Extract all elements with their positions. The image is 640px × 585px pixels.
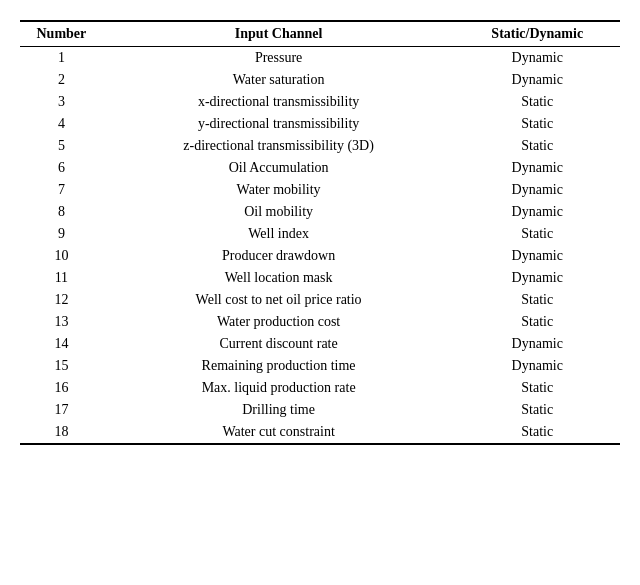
cell-number: 5 <box>20 135 103 157</box>
table-row: 18Water cut constraintStatic <box>20 421 620 444</box>
cell-number: 7 <box>20 179 103 201</box>
cell-static: Static <box>454 399 620 421</box>
cell-static: Static <box>454 311 620 333</box>
table-row: 6Oil AccumulationDynamic <box>20 157 620 179</box>
cell-static: Static <box>454 91 620 113</box>
table-row: 14Current discount rateDynamic <box>20 333 620 355</box>
cell-number: 16 <box>20 377 103 399</box>
cell-static: Dynamic <box>454 47 620 70</box>
cell-channel: Water cut constraint <box>103 421 455 444</box>
main-container: Number Input Channel Static/Dynamic 1Pre… <box>20 20 620 445</box>
cell-static: Dynamic <box>454 333 620 355</box>
table-row: 17Drilling timeStatic <box>20 399 620 421</box>
header-number: Number <box>20 21 103 47</box>
cell-static: Static <box>454 289 620 311</box>
cell-number: 12 <box>20 289 103 311</box>
cell-channel: Remaining production time <box>103 355 455 377</box>
table-row: 8Oil mobilityDynamic <box>20 201 620 223</box>
cell-channel: Producer drawdown <box>103 245 455 267</box>
cell-static: Dynamic <box>454 69 620 91</box>
cell-channel: Well cost to net oil price ratio <box>103 289 455 311</box>
header-channel: Input Channel <box>103 21 455 47</box>
cell-channel: y-directional transmissibility <box>103 113 455 135</box>
cell-number: 11 <box>20 267 103 289</box>
cell-number: 17 <box>20 399 103 421</box>
cell-number: 10 <box>20 245 103 267</box>
cell-channel: Current discount rate <box>103 333 455 355</box>
table-row: 2Water saturationDynamic <box>20 69 620 91</box>
table-row: 12Well cost to net oil price ratioStatic <box>20 289 620 311</box>
cell-static: Dynamic <box>454 179 620 201</box>
cell-channel: z-directional transmissibility (3D) <box>103 135 455 157</box>
cell-static: Static <box>454 223 620 245</box>
data-table: Number Input Channel Static/Dynamic 1Pre… <box>20 20 620 445</box>
table-row: 3x-directional transmissibilityStatic <box>20 91 620 113</box>
cell-channel: Water production cost <box>103 311 455 333</box>
cell-static: Static <box>454 135 620 157</box>
cell-static: Dynamic <box>454 355 620 377</box>
cell-channel: Well location mask <box>103 267 455 289</box>
cell-number: 3 <box>20 91 103 113</box>
cell-channel: Pressure <box>103 47 455 70</box>
table-row: 10Producer drawdownDynamic <box>20 245 620 267</box>
cell-channel: x-directional transmissibility <box>103 91 455 113</box>
cell-number: 18 <box>20 421 103 444</box>
cell-static: Static <box>454 377 620 399</box>
cell-static: Static <box>454 113 620 135</box>
cell-channel: Oil mobility <box>103 201 455 223</box>
table-row: 16Max. liquid production rateStatic <box>20 377 620 399</box>
table-header-row: Number Input Channel Static/Dynamic <box>20 21 620 47</box>
cell-number: 1 <box>20 47 103 70</box>
cell-static: Dynamic <box>454 201 620 223</box>
cell-number: 4 <box>20 113 103 135</box>
table-row: 11Well location maskDynamic <box>20 267 620 289</box>
cell-number: 9 <box>20 223 103 245</box>
header-static: Static/Dynamic <box>454 21 620 47</box>
cell-static: Dynamic <box>454 245 620 267</box>
cell-channel: Drilling time <box>103 399 455 421</box>
table-row: 7Water mobilityDynamic <box>20 179 620 201</box>
cell-channel: Water mobility <box>103 179 455 201</box>
cell-number: 6 <box>20 157 103 179</box>
cell-static: Dynamic <box>454 267 620 289</box>
cell-number: 15 <box>20 355 103 377</box>
cell-number: 14 <box>20 333 103 355</box>
cell-number: 2 <box>20 69 103 91</box>
cell-channel: Oil Accumulation <box>103 157 455 179</box>
cell-static: Static <box>454 421 620 444</box>
table-row: 13Water production costStatic <box>20 311 620 333</box>
cell-channel: Max. liquid production rate <box>103 377 455 399</box>
cell-channel: Well index <box>103 223 455 245</box>
table-row: 1PressureDynamic <box>20 47 620 70</box>
table-row: 9Well indexStatic <box>20 223 620 245</box>
table-row: 15Remaining production timeDynamic <box>20 355 620 377</box>
table-row: 5z-directional transmissibility (3D)Stat… <box>20 135 620 157</box>
cell-number: 8 <box>20 201 103 223</box>
cell-channel: Water saturation <box>103 69 455 91</box>
table-row: 4y-directional transmissibilityStatic <box>20 113 620 135</box>
cell-number: 13 <box>20 311 103 333</box>
cell-static: Dynamic <box>454 157 620 179</box>
